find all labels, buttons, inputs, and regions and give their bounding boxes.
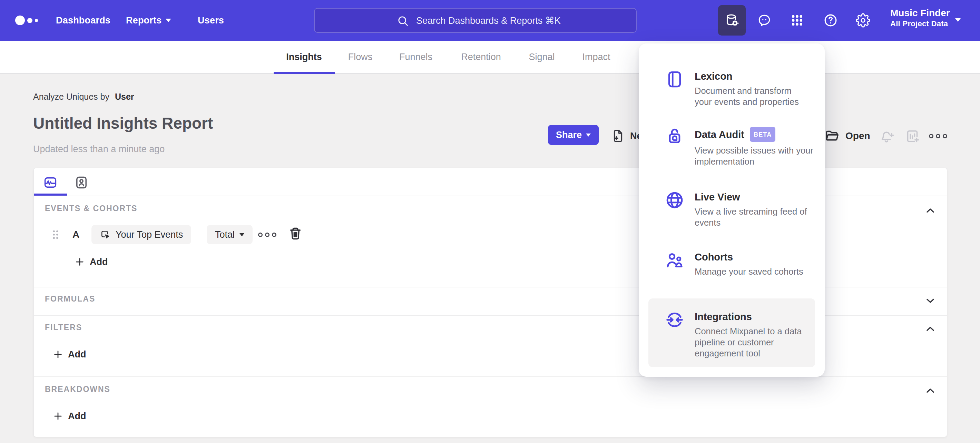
- grid-icon: [790, 13, 804, 27]
- add-breakdown-button[interactable]: Add: [53, 408, 86, 424]
- beta-badge: BETA: [750, 127, 775, 142]
- add-to-board-button[interactable]: [905, 129, 921, 144]
- chevron-up-icon: [924, 385, 936, 397]
- drag-dots-icon: [48, 227, 63, 242]
- search-input[interactable]: [415, 9, 624, 33]
- menu-item-description: View possible issues with your implement…: [695, 145, 816, 167]
- plus-icon: [53, 411, 63, 421]
- event-row-more-button[interactable]: [258, 233, 277, 237]
- create-alert-button[interactable]: [879, 129, 895, 144]
- data-management-menu: Lexicon Document and transform your even…: [639, 43, 825, 377]
- section-label-breakdowns: BREAKDOWNS: [45, 385, 110, 394]
- help-button[interactable]: [821, 11, 840, 30]
- select-cursor-icon: [100, 229, 111, 240]
- updated-timestamp: Updated less than a minute ago: [33, 144, 165, 154]
- apps-grid-button[interactable]: [788, 11, 807, 30]
- folder-open-icon: [824, 128, 840, 144]
- profile-card-icon: [74, 175, 89, 190]
- tab-retention[interactable]: Retention: [461, 41, 501, 73]
- more-actions-button[interactable]: [929, 134, 947, 138]
- board-plus-icon: [905, 129, 921, 144]
- tab-signal[interactable]: Signal: [529, 41, 555, 73]
- chevron-down-icon: [239, 233, 244, 237]
- trash-icon: [288, 226, 303, 241]
- tab-insights[interactable]: Insights: [286, 41, 322, 73]
- chevron-down-icon: [165, 19, 171, 22]
- tab-profiles-view[interactable]: [74, 175, 89, 190]
- breadcrumb-prefix: Analyze Uniques by: [33, 92, 110, 102]
- share-button[interactable]: Share: [548, 125, 599, 145]
- project-scope: All Project Data: [890, 19, 950, 29]
- expand-formulas-button[interactable]: [923, 294, 937, 307]
- tab-funnels[interactable]: Funnels: [399, 41, 433, 73]
- nav-item-users[interactable]: Users: [198, 0, 224, 41]
- cohorts-people-icon: [664, 250, 685, 270]
- menu-item-title: Integrations: [695, 311, 816, 322]
- collapse-events-button[interactable]: [923, 204, 937, 218]
- add-label: Add: [68, 349, 86, 360]
- add-event-button[interactable]: Add: [75, 254, 108, 270]
- event-selector-chip[interactable]: Your Top Events: [91, 225, 191, 244]
- add-label: Add: [90, 257, 108, 267]
- delete-event-button[interactable]: [288, 226, 303, 241]
- breadcrumb-value[interactable]: User: [115, 92, 134, 102]
- aggregation-value: Total: [215, 229, 235, 240]
- ellipsis-icon: [943, 134, 947, 138]
- menu-item-title: Data AuditBETA: [695, 127, 816, 142]
- report-tabbar: Insights Flows Funnels Retention Signal …: [0, 41, 980, 74]
- feedback-button[interactable]: [755, 11, 774, 30]
- collapse-filters-button[interactable]: [923, 322, 937, 336]
- open-report-button[interactable]: Open: [824, 126, 870, 146]
- feedback-bubble-icon: [757, 13, 772, 28]
- breadcrumb: Analyze Uniques byUser: [33, 92, 134, 102]
- menu-item-description: Document and transform your events and p…: [695, 85, 816, 107]
- nav-item-label: Dashboards: [56, 15, 110, 26]
- active-tab-underline: [274, 72, 335, 74]
- plus-icon: [75, 257, 85, 267]
- nav-item-label: Users: [198, 15, 224, 26]
- chevron-down-icon: [586, 133, 591, 137]
- project-selector[interactable]: Music Finder All Project Data: [890, 7, 950, 29]
- chevron-down-icon: [955, 18, 961, 22]
- logo-dot: [35, 19, 38, 22]
- lexicon-book-icon: [664, 69, 685, 90]
- global-search[interactable]: [314, 8, 636, 33]
- tab-metrics-view[interactable]: [43, 175, 58, 190]
- help-icon: [823, 13, 838, 28]
- series-label: A: [72, 227, 80, 242]
- section-label-filters: FILTERS: [45, 323, 82, 332]
- report-title[interactable]: Untitled Insights Report: [33, 114, 213, 132]
- menu-item-description: Connect Mixpanel to a data pipeline or c…: [695, 326, 816, 359]
- settings-button[interactable]: [853, 11, 873, 30]
- database-gear-icon: [724, 13, 740, 28]
- file-plus-icon: [611, 129, 625, 143]
- menu-item-title-text: Data Audit: [695, 129, 744, 140]
- menu-item-description: Manage your saved cohorts: [695, 266, 816, 277]
- logo-dot: [27, 18, 32, 23]
- mixpanel-logo[interactable]: [15, 0, 38, 41]
- chevron-up-icon: [924, 205, 936, 217]
- menu-item-title: Lexicon: [695, 70, 816, 82]
- collapse-breakdowns-button[interactable]: [923, 384, 937, 398]
- project-name: Music Finder: [890, 7, 950, 19]
- chevron-up-icon: [924, 323, 936, 335]
- drag-handle[interactable]: [48, 227, 63, 242]
- ellipsis-icon: [258, 233, 262, 237]
- tab-flows[interactable]: Flows: [348, 41, 373, 73]
- open-label: Open: [845, 130, 870, 141]
- nav-item-reports[interactable]: Reports: [126, 0, 171, 41]
- logo-dot: [15, 16, 25, 25]
- data-management-button[interactable]: [718, 5, 746, 35]
- add-label: Add: [68, 411, 86, 422]
- gear-icon: [856, 13, 870, 28]
- aggregation-selector-chip[interactable]: Total: [207, 225, 253, 244]
- add-filter-button[interactable]: Add: [53, 347, 86, 362]
- tab-impact[interactable]: Impact: [582, 41, 610, 73]
- nav-item-dashboards[interactable]: Dashboards: [56, 0, 110, 41]
- data-audit-lock-icon: [664, 125, 685, 146]
- ellipsis-icon: [265, 233, 269, 237]
- menu-item-description: View a live streaming feed of events: [695, 206, 816, 228]
- search-icon: [397, 15, 409, 27]
- top-nav: Dashboards Reports Users: [0, 0, 980, 41]
- mixpanel-app: Dashboards Reports Users: [0, 0, 980, 443]
